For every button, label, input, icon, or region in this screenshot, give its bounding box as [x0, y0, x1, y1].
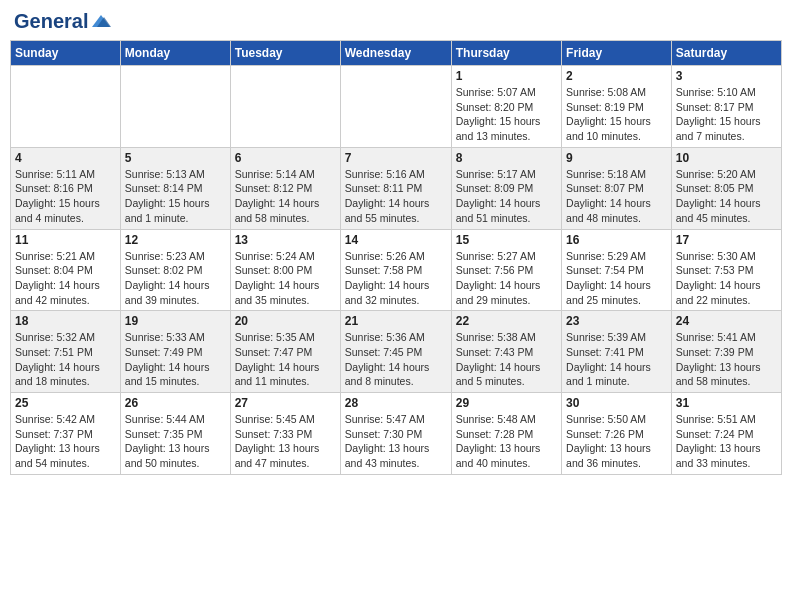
- calendar-cell: 1Sunrise: 5:07 AMSunset: 8:20 PMDaylight…: [451, 66, 561, 148]
- day-info: Sunrise: 5:36 AMSunset: 7:45 PMDaylight:…: [345, 330, 447, 389]
- day-number: 9: [566, 151, 667, 165]
- day-number: 30: [566, 396, 667, 410]
- day-number: 26: [125, 396, 226, 410]
- calendar-cell: 5Sunrise: 5:13 AMSunset: 8:14 PMDaylight…: [120, 147, 230, 229]
- day-info: Sunrise: 5:29 AMSunset: 7:54 PMDaylight:…: [566, 249, 667, 308]
- page-header: General: [10, 10, 782, 32]
- weekday-header-sunday: Sunday: [11, 41, 121, 66]
- day-number: 17: [676, 233, 777, 247]
- calendar-cell: 21Sunrise: 5:36 AMSunset: 7:45 PMDayligh…: [340, 311, 451, 393]
- day-number: 6: [235, 151, 336, 165]
- day-info: Sunrise: 5:14 AMSunset: 8:12 PMDaylight:…: [235, 167, 336, 226]
- calendar-cell: 4Sunrise: 5:11 AMSunset: 8:16 PMDaylight…: [11, 147, 121, 229]
- day-info: Sunrise: 5:16 AMSunset: 8:11 PMDaylight:…: [345, 167, 447, 226]
- day-info: Sunrise: 5:13 AMSunset: 8:14 PMDaylight:…: [125, 167, 226, 226]
- calendar-cell: 18Sunrise: 5:32 AMSunset: 7:51 PMDayligh…: [11, 311, 121, 393]
- day-info: Sunrise: 5:11 AMSunset: 8:16 PMDaylight:…: [15, 167, 116, 226]
- calendar-cell: 29Sunrise: 5:48 AMSunset: 7:28 PMDayligh…: [451, 393, 561, 475]
- day-info: Sunrise: 5:08 AMSunset: 8:19 PMDaylight:…: [566, 85, 667, 144]
- day-number: 21: [345, 314, 447, 328]
- calendar-cell: 15Sunrise: 5:27 AMSunset: 7:56 PMDayligh…: [451, 229, 561, 311]
- calendar-cell: 8Sunrise: 5:17 AMSunset: 8:09 PMDaylight…: [451, 147, 561, 229]
- day-info: Sunrise: 5:18 AMSunset: 8:07 PMDaylight:…: [566, 167, 667, 226]
- day-number: 23: [566, 314, 667, 328]
- day-number: 27: [235, 396, 336, 410]
- calendar-cell: 6Sunrise: 5:14 AMSunset: 8:12 PMDaylight…: [230, 147, 340, 229]
- calendar-cell: 26Sunrise: 5:44 AMSunset: 7:35 PMDayligh…: [120, 393, 230, 475]
- weekday-header-thursday: Thursday: [451, 41, 561, 66]
- calendar-cell: 14Sunrise: 5:26 AMSunset: 7:58 PMDayligh…: [340, 229, 451, 311]
- day-info: Sunrise: 5:44 AMSunset: 7:35 PMDaylight:…: [125, 412, 226, 471]
- day-number: 24: [676, 314, 777, 328]
- calendar-cell: 20Sunrise: 5:35 AMSunset: 7:47 PMDayligh…: [230, 311, 340, 393]
- weekday-header-friday: Friday: [562, 41, 672, 66]
- day-info: Sunrise: 5:47 AMSunset: 7:30 PMDaylight:…: [345, 412, 447, 471]
- calendar-cell: 12Sunrise: 5:23 AMSunset: 8:02 PMDayligh…: [120, 229, 230, 311]
- day-info: Sunrise: 5:32 AMSunset: 7:51 PMDaylight:…: [15, 330, 116, 389]
- calendar-cell: 2Sunrise: 5:08 AMSunset: 8:19 PMDaylight…: [562, 66, 672, 148]
- day-info: Sunrise: 5:24 AMSunset: 8:00 PMDaylight:…: [235, 249, 336, 308]
- day-info: Sunrise: 5:21 AMSunset: 8:04 PMDaylight:…: [15, 249, 116, 308]
- day-number: 19: [125, 314, 226, 328]
- day-info: Sunrise: 5:35 AMSunset: 7:47 PMDaylight:…: [235, 330, 336, 389]
- calendar-week-1: 1Sunrise: 5:07 AMSunset: 8:20 PMDaylight…: [11, 66, 782, 148]
- day-info: Sunrise: 5:07 AMSunset: 8:20 PMDaylight:…: [456, 85, 557, 144]
- day-number: 15: [456, 233, 557, 247]
- calendar-week-2: 4Sunrise: 5:11 AMSunset: 8:16 PMDaylight…: [11, 147, 782, 229]
- calendar-cell: 23Sunrise: 5:39 AMSunset: 7:41 PMDayligh…: [562, 311, 672, 393]
- calendar-cell: 27Sunrise: 5:45 AMSunset: 7:33 PMDayligh…: [230, 393, 340, 475]
- calendar-cell: [340, 66, 451, 148]
- calendar-cell: 19Sunrise: 5:33 AMSunset: 7:49 PMDayligh…: [120, 311, 230, 393]
- weekday-header-tuesday: Tuesday: [230, 41, 340, 66]
- calendar-cell: 13Sunrise: 5:24 AMSunset: 8:00 PMDayligh…: [230, 229, 340, 311]
- day-number: 31: [676, 396, 777, 410]
- weekday-header-monday: Monday: [120, 41, 230, 66]
- calendar-cell: 10Sunrise: 5:20 AMSunset: 8:05 PMDayligh…: [671, 147, 781, 229]
- day-info: Sunrise: 5:45 AMSunset: 7:33 PMDaylight:…: [235, 412, 336, 471]
- calendar-week-3: 11Sunrise: 5:21 AMSunset: 8:04 PMDayligh…: [11, 229, 782, 311]
- calendar-cell: [230, 66, 340, 148]
- day-number: 13: [235, 233, 336, 247]
- calendar-cell: 31Sunrise: 5:51 AMSunset: 7:24 PMDayligh…: [671, 393, 781, 475]
- calendar-cell: 22Sunrise: 5:38 AMSunset: 7:43 PMDayligh…: [451, 311, 561, 393]
- day-number: 3: [676, 69, 777, 83]
- calendar-cell: 7Sunrise: 5:16 AMSunset: 8:11 PMDaylight…: [340, 147, 451, 229]
- day-number: 5: [125, 151, 226, 165]
- day-info: Sunrise: 5:26 AMSunset: 7:58 PMDaylight:…: [345, 249, 447, 308]
- day-number: 12: [125, 233, 226, 247]
- calendar-cell: 3Sunrise: 5:10 AMSunset: 8:17 PMDaylight…: [671, 66, 781, 148]
- calendar-cell: 17Sunrise: 5:30 AMSunset: 7:53 PMDayligh…: [671, 229, 781, 311]
- day-number: 4: [15, 151, 116, 165]
- day-number: 2: [566, 69, 667, 83]
- day-number: 8: [456, 151, 557, 165]
- calendar-cell: [120, 66, 230, 148]
- day-info: Sunrise: 5:51 AMSunset: 7:24 PMDaylight:…: [676, 412, 777, 471]
- calendar-cell: [11, 66, 121, 148]
- logo: General: [14, 10, 112, 32]
- calendar-week-4: 18Sunrise: 5:32 AMSunset: 7:51 PMDayligh…: [11, 311, 782, 393]
- day-number: 14: [345, 233, 447, 247]
- day-info: Sunrise: 5:42 AMSunset: 7:37 PMDaylight:…: [15, 412, 116, 471]
- day-number: 18: [15, 314, 116, 328]
- day-number: 16: [566, 233, 667, 247]
- calendar-table: SundayMondayTuesdayWednesdayThursdayFrid…: [10, 40, 782, 475]
- weekday-header-row: SundayMondayTuesdayWednesdayThursdayFrid…: [11, 41, 782, 66]
- calendar-week-5: 25Sunrise: 5:42 AMSunset: 7:37 PMDayligh…: [11, 393, 782, 475]
- calendar-cell: 25Sunrise: 5:42 AMSunset: 7:37 PMDayligh…: [11, 393, 121, 475]
- day-number: 7: [345, 151, 447, 165]
- calendar-cell: 30Sunrise: 5:50 AMSunset: 7:26 PMDayligh…: [562, 393, 672, 475]
- day-info: Sunrise: 5:38 AMSunset: 7:43 PMDaylight:…: [456, 330, 557, 389]
- day-info: Sunrise: 5:48 AMSunset: 7:28 PMDaylight:…: [456, 412, 557, 471]
- calendar-cell: 9Sunrise: 5:18 AMSunset: 8:07 PMDaylight…: [562, 147, 672, 229]
- day-info: Sunrise: 5:39 AMSunset: 7:41 PMDaylight:…: [566, 330, 667, 389]
- day-info: Sunrise: 5:10 AMSunset: 8:17 PMDaylight:…: [676, 85, 777, 144]
- calendar-cell: 16Sunrise: 5:29 AMSunset: 7:54 PMDayligh…: [562, 229, 672, 311]
- day-number: 20: [235, 314, 336, 328]
- day-info: Sunrise: 5:27 AMSunset: 7:56 PMDaylight:…: [456, 249, 557, 308]
- calendar-cell: 24Sunrise: 5:41 AMSunset: 7:39 PMDayligh…: [671, 311, 781, 393]
- day-info: Sunrise: 5:33 AMSunset: 7:49 PMDaylight:…: [125, 330, 226, 389]
- calendar-cell: 11Sunrise: 5:21 AMSunset: 8:04 PMDayligh…: [11, 229, 121, 311]
- day-number: 1: [456, 69, 557, 83]
- logo-text-general: General: [14, 10, 88, 32]
- day-info: Sunrise: 5:23 AMSunset: 8:02 PMDaylight:…: [125, 249, 226, 308]
